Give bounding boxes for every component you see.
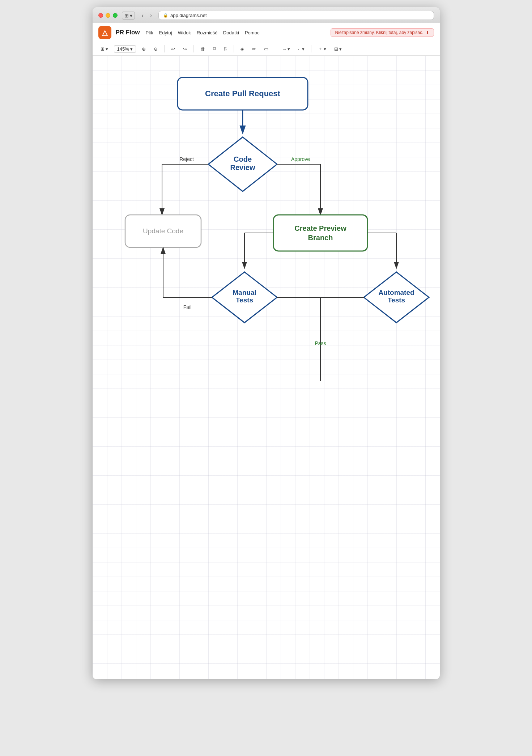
paste-icon: ⎘ bbox=[224, 46, 227, 52]
redo-icon: ↪ bbox=[183, 46, 187, 52]
zoom-chevron: ▾ bbox=[130, 46, 133, 52]
approve-label: Approve bbox=[291, 156, 310, 162]
update-code-label: Update Code bbox=[143, 227, 183, 235]
separator-3 bbox=[234, 45, 234, 52]
unsaved-text: Niezapisane zmiany. Kliknij tutaj, aby z… bbox=[335, 30, 424, 35]
separator-4 bbox=[275, 45, 275, 52]
copy-icon: ⧉ bbox=[213, 46, 216, 52]
menu-plik[interactable]: Plik bbox=[146, 30, 153, 35]
app-header: △ PR Flow Plik Edytuj Widok Rozmieść Dod… bbox=[93, 23, 440, 42]
app-menu: Plik Edytuj Widok Rozmieść Dodatki Pomoc bbox=[146, 30, 260, 35]
redo-button[interactable]: ↪ bbox=[181, 45, 189, 53]
maximize-button[interactable] bbox=[113, 13, 118, 18]
svg-text:Create Preview: Create Preview bbox=[294, 224, 346, 232]
reject-label: Reject bbox=[179, 156, 194, 162]
table-icon: ⊞ bbox=[334, 46, 338, 52]
fill-button[interactable]: ◈ bbox=[238, 45, 246, 53]
forward-button[interactable]: › bbox=[148, 12, 154, 20]
stroke-button[interactable]: ✏ bbox=[250, 45, 258, 53]
undo-button[interactable]: ↩ bbox=[169, 45, 177, 53]
delete-icon: 🗑 bbox=[200, 46, 205, 52]
zoom-level-text: 145% bbox=[117, 46, 129, 52]
waypoint-icon: ⌐ bbox=[298, 46, 301, 52]
connector-button[interactable]: → ▾ bbox=[280, 45, 292, 53]
layout-button[interactable]: ⊞ ▾ bbox=[98, 45, 110, 53]
svg-text:Tests: Tests bbox=[235, 296, 253, 304]
table-button[interactable]: ⊞ ▾ bbox=[332, 45, 344, 53]
toolbar: ⊞ ▾ 145% ▾ ⊕ ⊖ ↩ ↪ 🗑 ⧉ ⎘ ◈ bbox=[93, 42, 440, 56]
lock-icon: 🔒 bbox=[163, 13, 168, 18]
canvas-area[interactable]: Create Pull Request Code Review Reject A… bbox=[93, 56, 440, 679]
fail-label: Fail bbox=[183, 304, 191, 310]
menu-dodatki[interactable]: Dodatki bbox=[223, 30, 239, 35]
traffic-lights bbox=[98, 13, 118, 18]
svg-text:Manual: Manual bbox=[233, 289, 256, 296]
stroke-icon: ✏ bbox=[252, 46, 256, 52]
title-bar: ⊞ ▾ ‹ › 🔒 app.diagrams.net bbox=[93, 7, 440, 23]
diagram-svg: Create Pull Request Code Review Reject A… bbox=[93, 56, 440, 678]
download-icon: ⬇ bbox=[426, 30, 429, 35]
waypoint-button[interactable]: ⌐ ▾ bbox=[296, 45, 307, 53]
create-preview-branch-node bbox=[273, 215, 367, 251]
svg-text:Automated: Automated bbox=[378, 289, 414, 296]
zoom-out-icon: ⊖ bbox=[154, 46, 158, 52]
create-pull-request-label: Create Pull Request bbox=[205, 89, 281, 98]
copy-button[interactable]: ⧉ bbox=[211, 45, 218, 53]
separator-2 bbox=[193, 45, 194, 52]
insert-icon: ＋ bbox=[318, 46, 323, 52]
layout-chevron: ▾ bbox=[106, 46, 108, 52]
menu-widok[interactable]: Widok bbox=[178, 30, 191, 35]
zoom-out-button[interactable]: ⊖ bbox=[152, 45, 160, 53]
svg-text:Branch: Branch bbox=[308, 234, 333, 242]
fill-icon: ◈ bbox=[241, 46, 244, 52]
separator-5 bbox=[311, 45, 311, 52]
svg-text:Tests: Tests bbox=[387, 296, 405, 304]
pass-label: Pass bbox=[315, 340, 326, 346]
back-button[interactable]: ‹ bbox=[139, 12, 145, 20]
menu-edytuj[interactable]: Edytuj bbox=[159, 30, 172, 35]
nav-buttons: ‹ › bbox=[139, 12, 154, 20]
connector-icon: → bbox=[282, 46, 286, 52]
svg-text:Code: Code bbox=[234, 155, 252, 163]
shape-button[interactable]: ▭ bbox=[262, 45, 271, 53]
undo-icon: ↩ bbox=[171, 46, 175, 52]
unsaved-banner[interactable]: Niezapisane zmiany. Kliknij tutaj, aby z… bbox=[331, 28, 434, 37]
delete-button[interactable]: 🗑 bbox=[198, 45, 207, 53]
zoom-in-icon: ⊕ bbox=[142, 46, 146, 52]
minimize-button[interactable] bbox=[106, 13, 110, 18]
layout-icon: ⊞ bbox=[101, 46, 105, 52]
separator-1 bbox=[164, 45, 165, 52]
shape-icon: ▭ bbox=[264, 46, 268, 52]
address-bar[interactable]: 🔒 app.diagrams.net bbox=[158, 11, 434, 20]
browser-window: ⊞ ▾ ‹ › 🔒 app.diagrams.net △ PR Flow Pli… bbox=[93, 7, 440, 679]
menu-pomoc[interactable]: Pomoc bbox=[245, 30, 259, 35]
svg-text:Review: Review bbox=[230, 163, 255, 171]
zoom-in-button[interactable]: ⊕ bbox=[140, 45, 148, 53]
paste-button[interactable]: ⎘ bbox=[222, 45, 229, 53]
close-button[interactable] bbox=[98, 13, 103, 18]
insert-button[interactable]: ＋ ▾ bbox=[316, 44, 328, 53]
zoom-display[interactable]: 145% ▾ bbox=[114, 45, 136, 53]
sidebar-toggle-button[interactable]: ⊞ ▾ bbox=[122, 12, 135, 20]
app-title: PR Flow bbox=[116, 29, 140, 36]
url-text: app.diagrams.net bbox=[170, 13, 207, 18]
app-logo: △ bbox=[98, 26, 111, 39]
logo-icon: △ bbox=[102, 28, 107, 37]
menu-rozmieść[interactable]: Rozmieść bbox=[197, 30, 217, 35]
